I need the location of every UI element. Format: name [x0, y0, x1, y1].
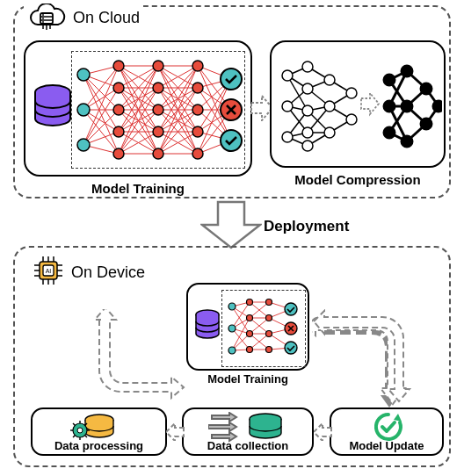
svg-point-160	[384, 127, 395, 138]
device-section: AI On Device	[13, 246, 451, 467]
svg-point-164	[421, 83, 431, 94]
neural-network-icon-small	[225, 293, 304, 367]
svg-point-110	[221, 130, 242, 151]
svg-line-232	[85, 436, 88, 438]
cloud-section: On Cloud	[13, 5, 451, 198]
data-collection-box: Data collection	[182, 407, 314, 456]
svg-point-102	[153, 148, 163, 159]
svg-point-163	[402, 136, 412, 147]
svg-point-162	[402, 101, 412, 112]
svg-point-217	[266, 315, 272, 321]
svg-point-212	[247, 299, 253, 306]
device-title: On Device	[71, 263, 145, 282]
svg-point-222	[285, 342, 297, 354]
svg-point-219	[266, 347, 272, 353]
svg-point-215	[247, 347, 253, 353]
svg-point-214	[247, 331, 253, 337]
model-compression-caption: Model Compression	[279, 172, 437, 187]
svg-point-213	[247, 315, 253, 321]
cloud-title: On Cloud	[73, 9, 140, 27]
svg-point-143	[346, 88, 357, 98]
svg-point-161	[402, 66, 412, 76]
svg-point-94	[113, 83, 124, 93]
data-collection-caption: Data collection	[184, 439, 312, 452]
flow-arrow-update-to-collection-icon	[314, 423, 333, 444]
svg-point-144	[346, 114, 357, 125]
neural-network-icon	[75, 53, 245, 170]
model-training-box	[24, 40, 252, 177]
svg-point-105	[192, 105, 203, 115]
svg-text:AI: AI	[46, 268, 52, 274]
svg-point-166	[433, 101, 442, 112]
svg-point-140	[324, 75, 335, 85]
svg-point-136	[302, 83, 313, 94]
deployment-label: Deployment	[264, 218, 349, 235]
svg-point-159	[384, 101, 395, 112]
flow-arrow-collection-to-processing-icon	[166, 423, 185, 444]
flow-arrow-right-down-icon	[312, 309, 435, 416]
svg-point-141	[324, 101, 335, 112]
svg-point-95	[113, 105, 124, 115]
model-training-caption: Model Training	[59, 181, 217, 196]
svg-point-134	[282, 132, 293, 142]
model-update-caption: Model Update	[331, 439, 442, 452]
svg-point-99	[153, 83, 163, 93]
svg-point-210	[228, 325, 236, 332]
device-header: AI On Device	[33, 255, 145, 290]
database-icon-small	[193, 309, 221, 348]
svg-point-3	[42, 14, 44, 16]
svg-line-233	[73, 423, 76, 426]
svg-point-142	[324, 127, 335, 138]
svg-point-216	[266, 299, 272, 306]
svg-point-211	[228, 347, 236, 354]
svg-point-104	[192, 83, 203, 93]
svg-point-93	[113, 61, 124, 71]
svg-point-218	[266, 331, 272, 337]
svg-point-225	[77, 428, 83, 433]
device-model-training-caption: Model Training	[191, 372, 305, 386]
svg-point-90	[77, 69, 90, 81]
model-compression-box	[270, 40, 446, 168]
svg-point-133	[282, 101, 293, 112]
cloud-icon	[27, 4, 66, 32]
svg-point-158	[384, 75, 395, 85]
svg-point-5	[42, 21, 44, 23]
svg-point-209	[228, 303, 236, 310]
device-model-training-box	[186, 283, 309, 371]
svg-point-132	[282, 70, 293, 81]
svg-point-220	[285, 303, 297, 315]
svg-point-165	[421, 119, 431, 129]
svg-point-100	[153, 105, 163, 115]
svg-point-96	[113, 126, 124, 137]
svg-point-98	[153, 61, 163, 71]
svg-point-91	[77, 104, 90, 116]
svg-point-101	[153, 126, 163, 137]
database-icon	[33, 84, 73, 137]
svg-point-4	[42, 18, 44, 19]
data-processing-caption: Data processing	[33, 439, 165, 452]
svg-point-106	[192, 126, 203, 137]
svg-point-97	[113, 148, 124, 159]
svg-point-103	[192, 61, 203, 71]
svg-point-92	[77, 139, 90, 151]
svg-line-231	[73, 436, 76, 438]
chip-icon: AI	[33, 255, 64, 290]
compression-network-icon	[277, 58, 442, 156]
svg-rect-0	[40, 13, 53, 24]
svg-point-139	[302, 141, 313, 151]
svg-point-135	[302, 61, 313, 72]
svg-point-107	[192, 148, 203, 159]
flow-arrow-left-up-icon	[64, 309, 192, 416]
svg-point-137	[302, 105, 313, 116]
svg-point-138	[302, 127, 313, 138]
cloud-header: On Cloud	[24, 4, 143, 32]
svg-point-108	[221, 69, 242, 90]
deployment-arrow-icon	[200, 200, 262, 253]
